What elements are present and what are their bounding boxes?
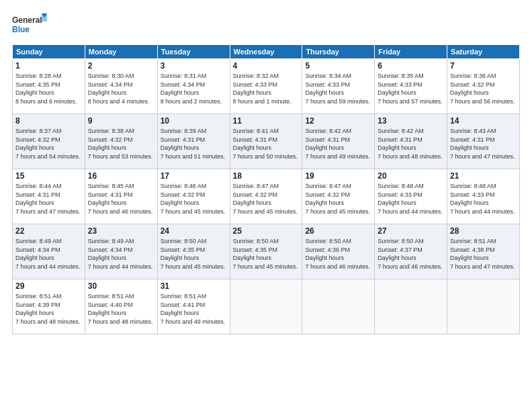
sunset-label: Sunset:	[233, 246, 255, 253]
sunrise-label: Sunrise:	[15, 73, 40, 79]
col-header-friday: Friday	[375, 45, 447, 59]
day-cell: 10 Sunrise: 8:39 AM Sunset: 4:31 PM Dayl…	[157, 114, 230, 169]
daylight-label: Daylight hours	[15, 89, 54, 96]
day-detail: Sunrise: 8:50 AM Sunset: 4:36 PM Dayligh…	[305, 237, 371, 271]
day-number: 3	[161, 61, 227, 71]
daylight-label: Daylight hours	[88, 310, 127, 316]
day-number: 29	[15, 281, 82, 291]
daylight-value: 8 hours and 1 minute.	[233, 98, 292, 105]
daylight-value: 7 hours and 59 minutes.	[305, 98, 370, 105]
daylight-value: 7 hours and 45 minutes.	[161, 208, 226, 215]
daylight-label: Daylight hours	[88, 199, 127, 206]
sunrise-label: Sunrise:	[233, 238, 257, 244]
daylight-label: Daylight hours	[15, 310, 54, 316]
sunrise-label: Sunrise:	[450, 238, 474, 244]
sunrise-time: 8:51 AM	[112, 293, 134, 300]
day-cell: 15 Sunrise: 8:44 AM Sunset: 4:31 PM Dayl…	[13, 169, 85, 224]
day-detail: Sunrise: 8:50 AM Sunset: 4:37 PM Dayligh…	[378, 237, 444, 271]
day-detail: Sunrise: 8:43 AM Sunset: 4:31 PM Dayligh…	[450, 127, 517, 161]
sunset-label: Sunset:	[88, 81, 110, 88]
sunrise-time: 8:51 AM	[474, 238, 496, 244]
daylight-label: Daylight hours	[305, 199, 344, 206]
day-cell: 9 Sunrise: 8:38 AM Sunset: 4:32 PM Dayli…	[85, 114, 157, 169]
day-detail: Sunrise: 8:51 AM Sunset: 4:41 PM Dayligh…	[161, 292, 227, 326]
day-number: 8	[15, 116, 82, 126]
daylight-value: 7 hours and 47 minutes.	[15, 208, 81, 215]
day-detail: Sunrise: 8:50 AM Sunset: 4:35 PM Dayligh…	[161, 237, 227, 271]
sunset-label: Sunset:	[15, 136, 38, 143]
sunrise-label: Sunrise:	[378, 183, 402, 189]
day-number: 4	[233, 61, 300, 71]
sunrise-time: 8:30 AM	[112, 73, 134, 79]
day-detail: Sunrise: 8:32 AM Sunset: 4:33 PM Dayligh…	[233, 72, 300, 105]
daylight-value: 7 hours and 44 minutes.	[378, 208, 443, 215]
sunrise-label: Sunrise:	[88, 183, 112, 189]
day-cell: 25 Sunrise: 8:50 AM Sunset: 4:35 PM Dayl…	[230, 224, 302, 279]
day-number: 17	[161, 171, 227, 181]
daylight-value: 7 hours and 53 minutes.	[88, 153, 153, 160]
sunset-label: Sunset:	[450, 136, 472, 143]
sunset-time: 4:32 PM	[255, 191, 278, 198]
sunrise-time: 8:44 AM	[40, 183, 62, 189]
sunrise-label: Sunrise:	[378, 238, 402, 244]
sunset-label: Sunset:	[15, 302, 38, 308]
day-cell: 22 Sunrise: 8:49 AM Sunset: 4:34 PM Dayl…	[13, 224, 85, 279]
day-cell: 23 Sunrise: 8:49 AM Sunset: 4:34 PM Dayl…	[85, 224, 157, 279]
sunset-label: Sunset:	[233, 136, 255, 143]
day-number: 15	[15, 171, 82, 181]
sunrise-time: 8:39 AM	[184, 128, 206, 134]
daylight-value: 7 hours and 50 minutes.	[233, 153, 298, 160]
day-detail: Sunrise: 8:50 AM Sunset: 4:35 PM Dayligh…	[233, 237, 300, 271]
sunrise-time: 8:43 AM	[474, 128, 496, 134]
sunset-label: Sunset:	[450, 191, 472, 198]
sunrise-label: Sunrise:	[378, 73, 402, 79]
daylight-value: 7 hours and 46 minutes.	[378, 263, 443, 270]
sunrise-time: 8:51 AM	[40, 293, 62, 300]
day-detail: Sunrise: 8:48 AM Sunset: 4:33 PM Dayligh…	[378, 182, 444, 216]
day-number: 6	[378, 61, 444, 71]
day-detail: Sunrise: 8:28 AM Sunset: 4:35 PM Dayligh…	[15, 72, 82, 105]
col-header-wednesday: Wednesday	[230, 45, 302, 59]
daylight-value: 7 hours and 48 minutes.	[378, 153, 443, 160]
day-number: 2	[88, 61, 154, 71]
day-number: 22	[15, 226, 82, 236]
day-detail: Sunrise: 8:34 AM Sunset: 4:33 PM Dayligh…	[305, 72, 371, 105]
day-number: 30	[88, 281, 154, 291]
daylight-label: Daylight hours	[378, 89, 416, 96]
daylight-label: Daylight hours	[15, 144, 54, 151]
sunset-time: 4:31 PM	[110, 191, 133, 198]
daylight-value: 7 hours and 45 minutes.	[305, 208, 370, 215]
sunrise-time: 8:50 AM	[257, 238, 279, 244]
sunset-time: 4:33 PM	[400, 191, 423, 198]
day-number: 9	[88, 116, 154, 126]
sunset-label: Sunset:	[15, 191, 38, 198]
daylight-value: 7 hours and 54 minutes.	[15, 153, 81, 160]
sunset-time: 4:33 PM	[327, 81, 350, 88]
day-cell: 31 Sunrise: 8:51 AM Sunset: 4:41 PM Dayl…	[157, 279, 230, 334]
sunset-time: 4:35 PM	[38, 81, 60, 88]
sunset-label: Sunset:	[305, 81, 327, 88]
day-cell: 18 Sunrise: 8:47 AM Sunset: 4:32 PM Dayl…	[230, 169, 302, 224]
day-number: 28	[450, 226, 517, 236]
sunset-time: 4:38 PM	[472, 246, 495, 253]
daylight-label: Daylight hours	[305, 255, 344, 261]
sunset-label: Sunset:	[305, 246, 327, 253]
daylight-label: Daylight hours	[161, 255, 200, 261]
sunrise-time: 8:38 AM	[112, 128, 134, 134]
sunrise-label: Sunrise:	[378, 128, 402, 134]
daylight-value: 7 hours and 44 minutes.	[15, 263, 81, 270]
sunrise-time: 8:36 AM	[474, 73, 496, 79]
week-row-1: 1 Sunrise: 8:28 AM Sunset: 4:35 PM Dayli…	[13, 59, 520, 114]
sunrise-time: 8:46 AM	[184, 183, 206, 189]
sunset-time: 4:32 PM	[183, 191, 206, 198]
sunrise-label: Sunrise:	[233, 183, 257, 189]
day-detail: Sunrise: 8:51 AM Sunset: 4:38 PM Dayligh…	[450, 237, 517, 271]
sunrise-label: Sunrise:	[15, 238, 40, 244]
sunrise-time: 8:31 AM	[184, 73, 206, 79]
daylight-value: 7 hours and 57 minutes.	[378, 98, 443, 105]
day-cell: 21 Sunrise: 8:48 AM Sunset: 4:33 PM Dayl…	[447, 169, 520, 224]
day-detail: Sunrise: 8:42 AM Sunset: 4:31 PM Dayligh…	[378, 127, 444, 161]
sunrise-time: 8:50 AM	[402, 238, 424, 244]
sunrise-time: 8:50 AM	[184, 238, 206, 244]
sunrise-time: 8:41 AM	[257, 128, 279, 134]
